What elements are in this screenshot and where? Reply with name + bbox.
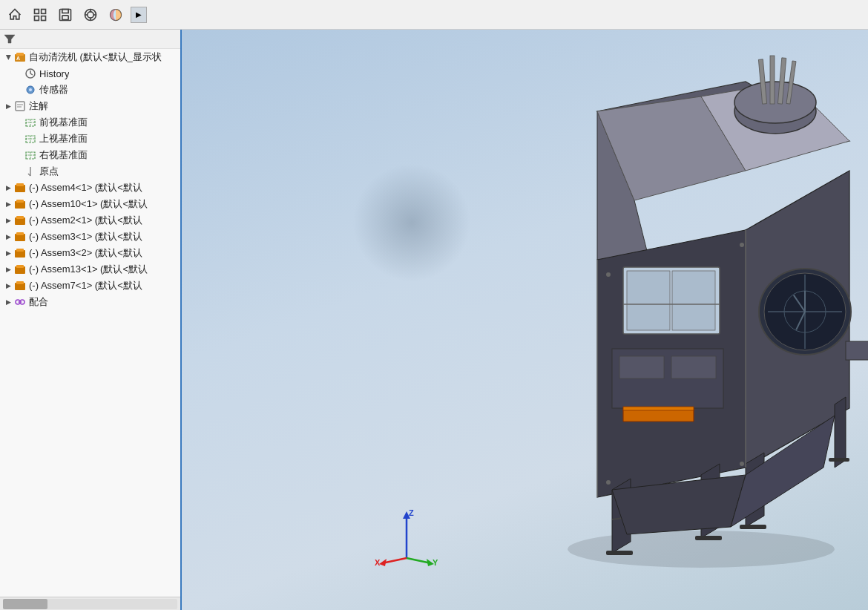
svg-rect-93 xyxy=(695,536,722,540)
svg-rect-68 xyxy=(627,271,670,330)
assem3-1-expand xyxy=(3,232,13,242)
mate-icon xyxy=(13,295,27,309)
scrollbar-thumb xyxy=(3,599,47,609)
tree-item-assem2[interactable]: (-) Assem2<1> (默认<默认 xyxy=(0,212,180,229)
svg-rect-83 xyxy=(671,356,716,378)
origin-label: 原点 xyxy=(39,165,59,178)
assem2-expand xyxy=(3,215,13,226)
right-plane-icon xyxy=(24,148,37,162)
tree-item-assem3-2[interactable]: (-) Assem3<2> (默认<默认 xyxy=(0,245,180,261)
svg-rect-40 xyxy=(16,200,24,203)
svg-rect-42 xyxy=(16,216,24,219)
tree-item-right-plane[interactable]: 右视基准面 xyxy=(10,147,180,163)
svg-rect-79 xyxy=(846,341,868,360)
svg-marker-89 xyxy=(835,397,846,468)
grid-button[interactable] xyxy=(28,3,52,27)
svg-rect-64 xyxy=(770,56,775,104)
history-icon xyxy=(24,67,37,80)
svg-rect-50 xyxy=(16,281,24,284)
assem4-expand xyxy=(3,183,13,193)
svg-rect-6 xyxy=(62,15,68,19)
assem13-icon xyxy=(13,263,27,276)
top-plane-icon xyxy=(24,132,37,145)
annotation-expand xyxy=(3,101,13,111)
assem7-icon xyxy=(13,279,27,292)
appearance-button[interactable] xyxy=(104,3,128,27)
svg-rect-69 xyxy=(672,271,715,330)
home-button[interactable] xyxy=(3,3,27,27)
svg-rect-23 xyxy=(16,102,24,111)
svg-rect-0 xyxy=(35,9,39,13)
tree-root[interactable]: A 自动清洗机 (默认<默认_显示状 xyxy=(0,49,180,65)
tree-item-history[interactable]: History xyxy=(10,65,180,82)
tree-item-sensor[interactable]: 传感器 xyxy=(10,82,180,98)
svg-rect-46 xyxy=(16,249,24,252)
svg-rect-2 xyxy=(35,16,39,20)
viewport[interactable]: Z Y X xyxy=(182,30,868,610)
sensor-icon xyxy=(24,83,37,96)
toolbar: ▶ xyxy=(0,0,868,30)
svg-point-103 xyxy=(740,462,744,466)
svg-text:Z: Z xyxy=(409,508,414,517)
assem2-label: (-) Assem2<1> (默认<默认 xyxy=(29,214,142,227)
svg-rect-92 xyxy=(606,551,633,555)
mate-label: 配合 xyxy=(29,295,48,309)
assem3-1-label: (-) Assem3<1> (默认<默认 xyxy=(29,230,142,243)
machine-3d xyxy=(434,52,868,586)
tree-item-assem4[interactable]: (-) Assem4<1> (默认<默认 xyxy=(0,180,180,196)
svg-point-102 xyxy=(740,243,744,247)
right-plane-label: 右视基准面 xyxy=(39,148,88,162)
assem3-1-icon xyxy=(13,230,27,243)
tree-item-assem3-1[interactable]: (-) Assem3<1> (默认<默认 xyxy=(0,229,180,245)
assem13-label: (-) Assem13<1> (默认<默认 xyxy=(29,263,148,276)
svg-rect-82 xyxy=(619,356,664,378)
assem7-label: (-) Assem7<1> (默认<默认 xyxy=(29,279,142,292)
svg-point-62 xyxy=(734,82,816,123)
assem3-2-icon xyxy=(13,246,27,260)
svg-text:X: X xyxy=(375,558,381,567)
bottom-scrollbar-area xyxy=(0,597,180,610)
tree-item-origin[interactable]: 原点 xyxy=(10,163,180,180)
root-assembly-icon: A xyxy=(13,50,27,64)
left-panel: A 自动清洗机 (默认<默认_显示状 History xyxy=(0,30,182,610)
tree-item-assem13[interactable]: (-) Assem13<1> (默认<默认 xyxy=(0,261,180,278)
assem7-expand xyxy=(3,281,13,291)
tree-item-top-plane[interactable]: 上视基准面 xyxy=(10,131,180,147)
assem10-icon xyxy=(13,197,27,211)
svg-line-20 xyxy=(30,73,33,75)
tree-item-front-plane[interactable]: 前视基准面 xyxy=(10,114,180,131)
front-plane-label: 前视基准面 xyxy=(39,116,88,129)
horizontal-scrollbar[interactable] xyxy=(3,599,177,609)
svg-rect-85 xyxy=(623,407,694,410)
svg-rect-44 xyxy=(16,232,24,235)
svg-rect-38 xyxy=(16,183,24,186)
svg-rect-1 xyxy=(42,9,46,13)
root-expand-arrow xyxy=(3,52,13,62)
svg-rect-48 xyxy=(16,265,24,268)
assem4-icon xyxy=(13,181,27,194)
filter-icon[interactable] xyxy=(3,33,16,46)
filter-bar xyxy=(0,30,180,49)
svg-rect-94 xyxy=(740,525,766,529)
svg-point-22 xyxy=(29,88,32,91)
tree-item-mate[interactable]: 配合 xyxy=(0,294,180,310)
annotation-icon xyxy=(13,99,27,113)
svg-point-100 xyxy=(606,272,611,277)
tree-item-assem10[interactable]: (-) Assem10<1> (默认<默认 xyxy=(0,196,180,212)
save-button[interactable] xyxy=(53,3,77,27)
assem3-2-expand xyxy=(3,248,13,258)
svg-text:Y: Y xyxy=(433,558,438,567)
expand-toolbar-button[interactable]: ▶ xyxy=(131,7,147,23)
root-label: 自动清洗机 (默认<默认_显示状 xyxy=(29,50,162,64)
sensor-label: 传感器 xyxy=(39,83,68,96)
svg-rect-95 xyxy=(829,458,849,462)
svg-point-101 xyxy=(606,480,611,485)
assem10-expand xyxy=(3,199,13,209)
svg-marker-14 xyxy=(4,35,15,43)
target-button[interactable] xyxy=(79,3,102,27)
front-plane-icon xyxy=(24,116,37,129)
svg-text:A: A xyxy=(16,56,20,61)
tree-container: A 自动清洗机 (默认<默认_显示状 History xyxy=(0,49,180,597)
tree-item-annotation[interactable]: 注解 xyxy=(0,98,180,114)
tree-item-assem7[interactable]: (-) Assem7<1> (默认<默认 xyxy=(0,278,180,294)
